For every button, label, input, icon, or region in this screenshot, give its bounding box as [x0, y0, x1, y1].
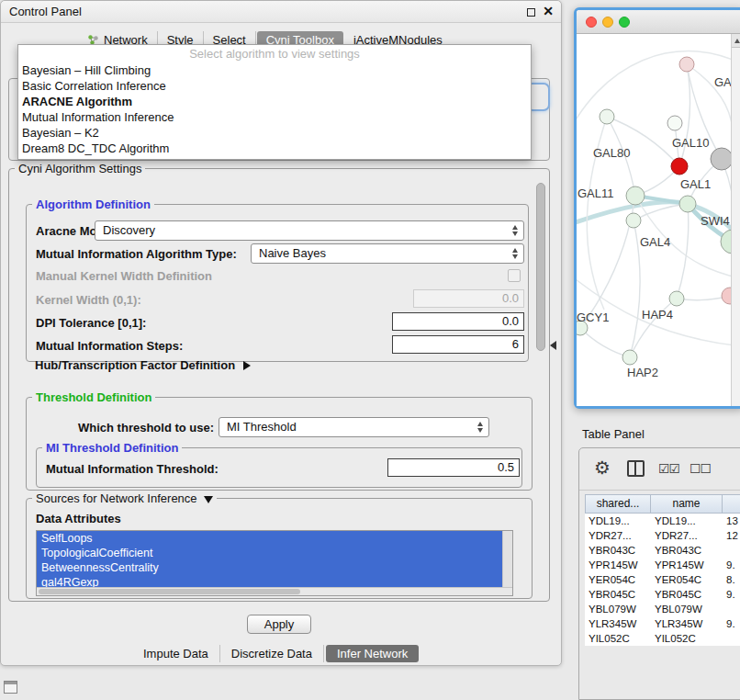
gear-icon[interactable]: ⚙	[594, 457, 611, 479]
columns-icon[interactable]	[627, 460, 645, 477]
minimize-traffic-light-icon[interactable]	[602, 17, 613, 28]
close-traffic-light-icon[interactable]	[586, 17, 597, 28]
network-node[interactable]	[679, 57, 694, 72]
table-row[interactable]: YBR045CYBR045C9.	[585, 587, 740, 602]
network-node[interactable]	[679, 196, 696, 212]
network-edge[interactable]	[679, 64, 690, 166]
apply-button[interactable]: Apply	[247, 615, 311, 634]
settings-scroll-thumb[interactable]	[536, 183, 545, 351]
table-row[interactable]: YER054CYER054C8.	[585, 572, 740, 587]
which-threshold-select[interactable]: MI Threshold	[219, 417, 489, 437]
network-node[interactable]	[622, 350, 637, 365]
sources-title-toggle[interactable]: Sources for Network Inference	[32, 491, 217, 505]
algorithm-definition-title: Algorithm Definition	[32, 198, 154, 211]
hub-definition-toggle[interactable]: Hub/Transcription Factor Definition	[35, 358, 251, 372]
network-node[interactable]	[600, 109, 614, 124]
network-node[interactable]	[667, 116, 682, 130]
list-horizontal-scrollbar[interactable]	[37, 587, 512, 595]
table-row[interactable]: YBL079WYBL079W	[585, 602, 740, 616]
mi-type-value: Naive Bayes	[259, 246, 326, 260]
table-row[interactable]: YIL052CYIL052C	[585, 631, 740, 646]
chevron-down-icon	[204, 496, 213, 503]
sources-title: Sources for Network Inference	[36, 491, 197, 505]
algorithm-option[interactable]: ARACNE Algorithm	[18, 94, 531, 109]
node-label: GAL80	[593, 146, 630, 160]
dpi-tolerance-input[interactable]: 0.0	[392, 312, 524, 331]
table-cell	[723, 543, 740, 558]
chevron-right-icon	[243, 361, 251, 370]
table-cell: YIL052C	[651, 631, 723, 646]
bottom-tab-infer-network[interactable]: Infer Network	[326, 645, 419, 662]
kernel-width-label: Kernel Width (0,1):	[36, 293, 141, 307]
algorithm-option[interactable]: Bayesian – Hill Climbing	[18, 62, 531, 78]
table-row[interactable]: YPR145WYPR145W9.	[585, 558, 740, 572]
network-vertical-scrollbar[interactable]	[731, 34, 740, 406]
list-hscroll-thumb[interactable]	[39, 589, 300, 594]
network-node[interactable]	[669, 291, 684, 306]
mi-threshold-input[interactable]: 0.5	[387, 458, 520, 477]
mi-type-label: Mutual Information Algorithm Type:	[36, 247, 237, 261]
column-header[interactable]: shared...	[585, 494, 651, 514]
table-panel-window: ⚙ ☑☑ ☐☐ shared...name YDL19...YDL19...13…	[578, 447, 740, 700]
float-window-icon[interactable]	[527, 8, 535, 17]
network-edge[interactable]	[580, 328, 630, 357]
table-row[interactable]: YLR345WYLR345W9.	[585, 616, 740, 631]
attribute-item[interactable]: TopologicalCoefficient	[37, 546, 512, 560]
table-cell: YIL052C	[585, 631, 651, 646]
mi-steps-label: Mutual Information Steps:	[36, 339, 183, 353]
threshold-definition-group: Threshold Definition Which threshold to …	[26, 397, 533, 491]
network-node[interactable]	[711, 148, 733, 170]
panel-divider-grip-icon[interactable]	[550, 341, 556, 350]
network-edge[interactable]	[580, 196, 635, 328]
attribute-item[interactable]: SelfLoops	[37, 531, 512, 546]
deselect-all-icon[interactable]: ☐☐	[690, 461, 711, 476]
manual-kernel-checkbox[interactable]	[508, 269, 521, 282]
column-header[interactable]	[723, 494, 740, 514]
network-node[interactable]	[626, 213, 641, 228]
node-label: GAL10	[672, 136, 709, 150]
algorithm-option[interactable]: Dream8 DC_TDC Algorithm	[18, 141, 531, 156]
node-label: HAP4	[642, 308, 673, 322]
algorithm-option[interactable]: Mutual Information Inference	[18, 109, 531, 125]
table-cell: YLR345W	[651, 616, 723, 631]
zoom-traffic-light-icon[interactable]	[619, 17, 630, 28]
window-title: Control Panel	[9, 5, 82, 18]
algorithm-dropdown: Select algorithm to view settings Bayesi…	[17, 44, 532, 160]
column-header[interactable]: name	[651, 494, 723, 514]
table-row[interactable]: YDR27...YDR27...12	[585, 528, 740, 543]
close-icon[interactable]: ✕	[543, 4, 554, 19]
table-cell: 8.	[723, 572, 740, 587]
table-row[interactable]: YBR043CYBR043C	[585, 543, 740, 558]
scroll-up-arrow-icon[interactable]	[732, 34, 740, 48]
algorithm-option[interactable]: Basic Correlation Inference	[18, 78, 531, 94]
attribute-item[interactable]: BetweennessCentrality	[37, 560, 512, 575]
mi-type-select[interactable]: Naive Bayes	[251, 243, 524, 264]
list-vertical-scrollbar[interactable]	[502, 531, 512, 595]
table-cell	[723, 602, 740, 616]
aracne-mode-value: Discovery	[103, 223, 155, 237]
docked-panel-icon[interactable]	[4, 681, 17, 694]
algorithm-option[interactable]: Bayesian – K2	[18, 125, 531, 141]
bottom-tab-discretize-data[interactable]: Discretize Data	[220, 645, 324, 662]
bottom-tab-bar: Impute DataDiscretize DataInfer Network	[132, 644, 419, 663]
data-attributes-listbox: SelfLoopsTopologicalCoefficientBetweenne…	[36, 530, 513, 596]
network-canvas[interactable]: GAL8GAL80GAL10GAL11GAL1SWI4GAL4GCY1HAP4H…	[577, 34, 740, 406]
network-graph[interactable]: GAL8GAL80GAL10GAL11GAL1SWI4GAL4GCY1HAP4H…	[577, 34, 740, 406]
table-toolbar: ⚙ ☑☑ ☐☐	[579, 448, 740, 491]
table-cell: YLR345W	[585, 616, 651, 631]
table-cell: 9.	[723, 616, 740, 631]
settings-scrollbar[interactable]	[535, 178, 546, 592]
select-all-icon[interactable]: ☑☑	[658, 461, 679, 476]
table-row[interactable]: YDL19...YDL19...13	[585, 514, 740, 528]
node-label: GCY1	[577, 310, 609, 324]
network-node[interactable]	[626, 186, 645, 205]
table-cell: YBR045C	[585, 587, 651, 602]
network-edge[interactable]	[677, 204, 689, 299]
mi-threshold-label: Mutual Information Threshold:	[46, 462, 219, 476]
kernel-width-input[interactable]: 0.0	[413, 289, 524, 308]
network-edge[interactable]	[630, 220, 640, 357]
mi-steps-input[interactable]: 6	[392, 335, 524, 354]
bottom-tab-impute-data[interactable]: Impute Data	[132, 645, 220, 662]
aracne-mode-select[interactable]: Discovery	[95, 220, 524, 241]
network-node[interactable]	[671, 158, 688, 175]
